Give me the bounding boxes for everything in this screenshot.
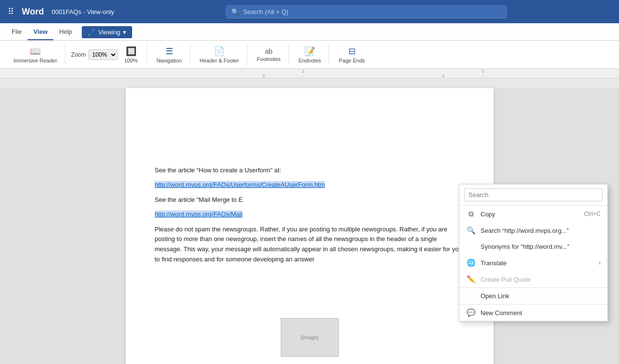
footnotes-group: ab Footnotes	[249, 44, 289, 65]
ctx-open-link-label: Open Link	[481, 292, 601, 300]
ctx-translate-item[interactable]: 🌐 Translate ›	[459, 255, 607, 271]
ctx-new-comment-item[interactable]: 💬 New Comment	[459, 304, 607, 321]
tab-help[interactable]: Help	[53, 25, 78, 40]
viewing-button[interactable]: 🖊️ Viewing ▾	[82, 26, 132, 38]
copy-icon: ⧉	[466, 210, 476, 218]
header-footer-button[interactable]: 📄 Header & Footer	[196, 44, 243, 65]
new-comment-icon: 💬	[466, 308, 476, 317]
immersive-reader-icon: 📖	[30, 46, 41, 57]
doc-title: 0001FAQs - View-only	[52, 8, 114, 15]
ctx-synonyms-item[interactable]: · Synonyms for “http://word.mv...”	[459, 239, 607, 255]
endnotes-button[interactable]: 📝 Endnotes	[295, 44, 325, 65]
translate-icon: 🌐	[466, 258, 476, 267]
synonyms-icon: ·	[466, 243, 476, 251]
chevron-down-icon: ▾	[123, 29, 126, 36]
immersive-reader-label: Immersive Reader	[14, 58, 57, 63]
ctx-synonyms-label: Synonyms for “http://word.mv...”	[481, 243, 601, 250]
doc-paragraph: Please do not spam the newsgroups. Rathe…	[155, 225, 465, 265]
page-ends-icon: ⊟	[348, 46, 356, 57]
zoom-label: Zoom	[71, 51, 86, 58]
context-menu: ⧉ Copy Ctrl+C 🔍 Search “http://word.mvps…	[459, 184, 608, 321]
endnotes-group: 📝 Endnotes	[291, 44, 329, 65]
page-ends-group: ⊟ Page Ends	[331, 44, 373, 65]
doc-link2[interactable]: http://word.mvps.org/FAQs/Mail	[155, 211, 242, 218]
endnotes-icon: 📝	[304, 46, 315, 57]
ctx-translate-label: Translate	[481, 259, 594, 267]
word-logo: Word	[22, 7, 44, 17]
open-link-icon: ·	[466, 292, 476, 300]
immersive-reader-group: 📖 Immersive Reader	[6, 44, 65, 65]
doc-line1: See the article “How to create a Userfor…	[155, 166, 465, 176]
ctx-open-link-item[interactable]: · Open Link	[459, 288, 607, 304]
search-icon: 🔍	[231, 8, 239, 15]
ctx-copy-item[interactable]: ⧉ Copy Ctrl+C	[459, 206, 607, 222]
context-search-input[interactable]	[464, 188, 603, 201]
ctx-new-comment-label: New Comment	[481, 309, 601, 317]
ribbon-tabs: File View Help 🖊️ Viewing ▾	[0, 23, 619, 41]
doc-link1[interactable]: http://word.mvps.org/FAQs/Userforms/Crea…	[155, 181, 325, 188]
navigation-icon: ☰	[166, 46, 173, 57]
ctx-pull-quote-item: ✏️ Create Pull Quote	[459, 271, 607, 288]
ctx-copy-shortcut: Ctrl+C	[584, 211, 601, 217]
ctx-copy-label: Copy	[481, 211, 579, 218]
header-footer-group: 📄 Header & Footer	[192, 44, 247, 65]
viewing-icon: 🖊️	[88, 29, 95, 36]
ctx-search-web-label: Search “http://word.mvps.org...”	[481, 227, 601, 234]
header-footer-icon: 📄	[214, 46, 225, 57]
page-ends-button[interactable]: ⊟ Page Ends	[335, 44, 369, 65]
ctx-search-web-item[interactable]: 🔍 Search “http://word.mvps.org...”	[459, 222, 607, 239]
tab-file[interactable]: File	[6, 25, 28, 40]
immersive-reader-button[interactable]: 📖 Immersive Reader	[10, 44, 61, 65]
search-input[interactable]	[243, 8, 501, 15]
global-search-bar[interactable]: 🔍	[226, 5, 507, 18]
context-search-box	[459, 184, 607, 206]
ctx-pull-quote-label: Create Pull Quote	[481, 276, 601, 283]
tab-view[interactable]: View	[28, 25, 53, 40]
waffle-icon[interactable]: ⠿	[6, 4, 16, 19]
navigation-group: ☰ Navigation	[149, 44, 190, 65]
zoom-100-button[interactable]: 🔲 100%	[120, 44, 143, 65]
document-page: See the article “How to create a Userfor…	[126, 88, 494, 364]
zoom-100-icon: 🔲	[126, 46, 136, 57]
footnotes-icon: ab	[265, 47, 273, 55]
pull-quote-icon: ✏️	[466, 275, 476, 284]
zoom-select[interactable]: 100% 75% 125% 150%	[88, 49, 118, 60]
ribbon-toolbar: 📖 Immersive Reader Zoom 100% 75% 125% 15…	[0, 41, 619, 69]
ruler: · · · · 1 · · · · · · · · 2 · · · · · · …	[0, 69, 619, 78]
translate-submenu-arrow: ›	[599, 259, 601, 266]
navigation-button[interactable]: ☰ Navigation	[153, 44, 186, 65]
zoom-group: Zoom 100% 75% 125% 150% 🔲 100%	[67, 44, 147, 65]
doc-line2: See the article “Mail Merge to E	[155, 195, 465, 205]
title-bar: ⠿ Word 0001FAQs - View-only 🔍	[0, 0, 619, 23]
search-web-icon: 🔍	[466, 226, 476, 235]
footnotes-button[interactable]: ab Footnotes	[253, 46, 285, 64]
